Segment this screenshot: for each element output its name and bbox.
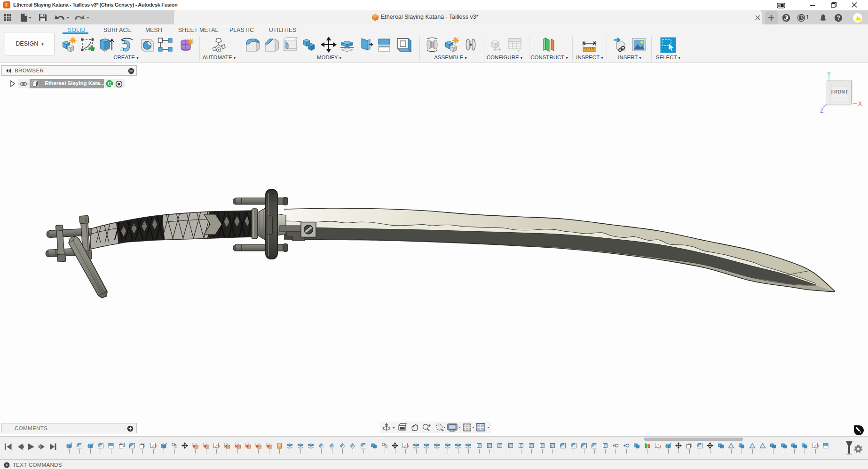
svg-text:Y: Y: [827, 71, 831, 78]
svg-text:Z: Z: [820, 108, 823, 114]
svg-text:?: ?: [836, 15, 840, 21]
svg-text:C: C: [108, 81, 111, 86]
svg-text:X: X: [858, 101, 862, 107]
